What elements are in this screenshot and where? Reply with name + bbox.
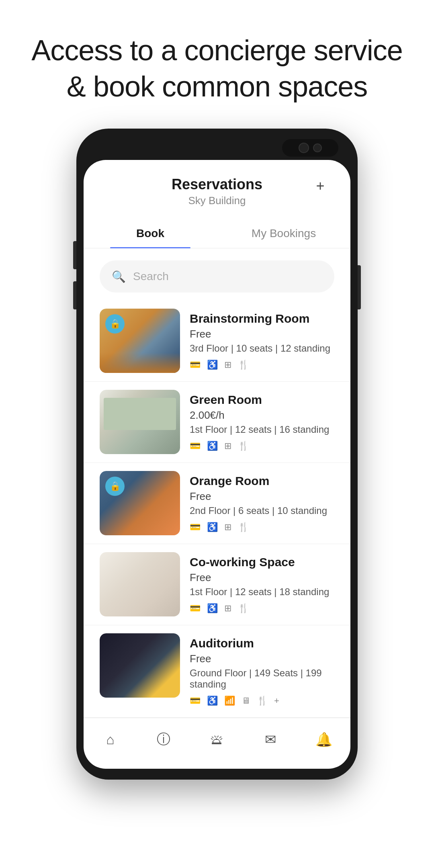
phone-top-bar [84,136,350,160]
catering-icon: 🍴 [238,360,249,370]
add-booking-button[interactable]: + [310,176,330,196]
home-icon: ⌂ [106,732,115,747]
search-icon: 🔍 [112,270,126,283]
bell-icon: 🔔 [315,731,332,747]
list-item[interactable]: Green Room 2.00€/h 1st Floor | 12 seats … [84,382,350,463]
more-icon: + [274,696,279,706]
list-item[interactable]: Auditorium Free Ground Floor | 149 Seats… [84,625,350,718]
concierge-icon: 🛎 [210,732,224,747]
payment-icon: 💳 [190,360,201,370]
accessible-icon: ♿ [207,441,218,451]
room-image [100,390,180,454]
room-info: Auditorium Free Ground Floor | 149 Seats… [190,633,334,709]
app-subtitle: Sky Building [188,194,246,207]
room-name: Co-working Space [190,555,334,569]
room-price: Free [190,571,334,584]
room-amenities: 💳 ♿ 📶 🖥 🍴 + [190,696,334,706]
room-price: Free [190,653,334,665]
room-list: 🔒 Brainstorming Room Free 3rd Floor | 10… [84,301,350,718]
table-icon: ⊞ [224,522,231,532]
screen-icon: 🖥 [242,696,250,706]
payment-icon: 💳 [190,696,201,706]
room-image-wrap [100,633,180,709]
phone-screen: Reservations Sky Building + Book My Book… [84,160,350,769]
catering-icon: 🍴 [238,603,249,614]
payment-icon: 💳 [190,441,201,451]
room-image-wrap: 🔒 [100,309,180,373]
room-info: Orange Room Free 2nd Floor | 6 seats | 1… [190,471,334,536]
lock-badge: 🔒 [105,314,125,334]
list-item[interactable]: 🔒 Orange Room Free 2nd Floor | 6 seats |… [84,463,350,544]
search-container: 🔍 Search [84,248,350,301]
room-amenities: 💳 ♿ ⊞ 🍴 [190,522,334,532]
bottom-navigation: ⌂ ⓘ 🛎 ✉ 🔔 [84,718,350,769]
room-info: Co-working Space Free 1st Floor | 12 sea… [190,552,334,617]
payment-icon: 💳 [190,603,201,614]
room-location: 3rd Floor | 10 seats | 12 standing [190,343,334,354]
room-location: 1st Floor | 12 seats | 16 standing [190,424,334,435]
table-icon: ⊞ [224,441,231,451]
room-amenities: 💳 ♿ ⊞ 🍴 [190,441,334,451]
tab-book[interactable]: Book [84,219,217,248]
room-image-wrap [100,552,180,617]
list-item[interactable]: Co-working Space Free 1st Floor | 12 sea… [84,544,350,625]
nav-item-home[interactable]: ⌂ [84,726,137,753]
room-amenities: 💳 ♿ ⊞ 🍴 [190,360,334,370]
accessible-icon: ♿ [207,696,218,706]
app-title: Reservations [172,176,262,193]
room-location: 1st Floor | 12 seats | 18 standing [190,586,334,598]
camera-lens-secondary [313,143,322,152]
nav-item-notifications[interactable]: 🔔 [297,726,350,753]
list-item[interactable]: 🔒 Brainstorming Room Free 3rd Floor | 10… [84,301,350,382]
camera-lens-main [299,143,309,153]
room-name: Auditorium [190,637,334,650]
tab-bar: Book My Bookings [84,219,350,248]
accessible-icon: ♿ [207,360,218,370]
room-location: Ground Floor | 149 Seats | 199 standing [190,667,334,690]
room-amenities: 💳 ♿ ⊞ 🍴 [190,603,334,614]
info-icon: ⓘ [157,730,170,749]
payment-icon: 💳 [190,522,201,532]
nav-item-info[interactable]: ⓘ [137,726,190,753]
catering-icon: 🍴 [238,441,249,451]
mail-icon: ✉ [265,731,276,747]
lock-badge: 🔒 [105,477,125,496]
room-image [100,633,180,698]
room-name: Orange Room [190,474,334,488]
table-icon: ⊞ [224,603,231,614]
room-image-wrap [100,390,180,454]
power-button [358,265,361,309]
table-icon: ⊞ [224,360,231,370]
accessible-icon: ♿ [207,522,218,532]
app-header: Reservations Sky Building + [84,160,350,207]
nav-item-mail[interactable]: ✉ [244,726,297,753]
room-location: 2nd Floor | 6 seats | 10 standing [190,505,334,516]
catering-icon: 🍴 [238,522,249,532]
room-name: Brainstorming Room [190,312,334,326]
volume-up-button [73,281,76,309]
tab-my-bookings[interactable]: My Bookings [217,219,350,248]
phone-shell: Reservations Sky Building + Book My Book… [76,129,358,780]
room-price: Free [190,328,334,340]
room-price: Free [190,490,334,503]
search-input[interactable]: Search [133,270,169,283]
accessible-icon: ♿ [207,603,218,614]
catering-icon: 🍴 [257,696,268,706]
nav-item-concierge[interactable]: 🛎 [190,726,244,753]
room-name: Green Room [190,393,334,407]
room-price: 2.00€/h [190,409,334,422]
room-image [100,552,180,616]
room-info: Green Room 2.00€/h 1st Floor | 12 seats … [190,390,334,454]
room-image-wrap: 🔒 [100,471,180,536]
search-bar[interactable]: 🔍 Search [100,260,334,293]
wifi-icon: 📶 [224,696,235,706]
hero-title: Access to a concierge service & book com… [24,32,410,104]
room-info: Brainstorming Room Free 3rd Floor | 10 s… [190,309,334,373]
hero-section: Access to a concierge service & book com… [0,0,434,129]
camera-module [282,139,338,157]
volume-down-button [73,241,76,269]
